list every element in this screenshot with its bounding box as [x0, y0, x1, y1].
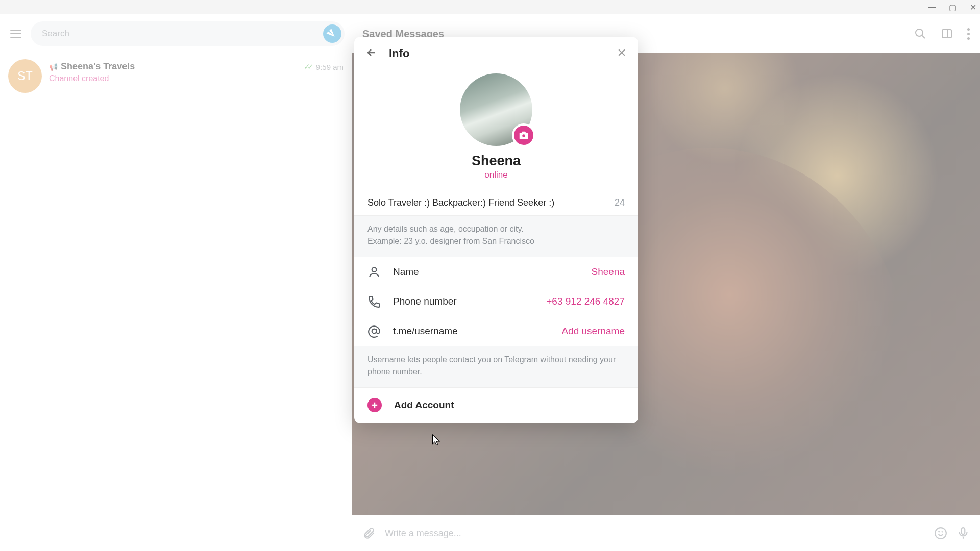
camera-badge[interactable]: [512, 123, 535, 147]
camera-icon: [518, 130, 529, 141]
svg-point-10: [522, 134, 525, 137]
svg-point-11: [372, 267, 377, 272]
window-close-icon[interactable]: ✕: [969, 3, 977, 12]
back-button[interactable]: [365, 46, 378, 61]
bio-char-count: 24: [615, 197, 625, 208]
profile-avatar[interactable]: [460, 73, 532, 146]
bio-row[interactable]: Solo Traveler :) Backpacker:) Friend See…: [354, 188, 638, 215]
profile-name: Sheena: [472, 153, 521, 169]
bio-text: Solo Traveler :) Backpacker:) Friend See…: [368, 197, 554, 208]
window-maximize-icon[interactable]: ▢: [948, 3, 957, 12]
person-icon: [368, 265, 381, 279]
bio-hint: Any details such as age, occupation or c…: [354, 215, 638, 257]
svg-point-12: [372, 329, 377, 334]
plus-icon: +: [368, 398, 382, 412]
profile-status: online: [484, 170, 507, 180]
close-button[interactable]: [617, 47, 627, 60]
window-minimize-icon[interactable]: —: [928, 3, 936, 12]
modal-title: Info: [389, 47, 409, 60]
at-icon: [368, 324, 381, 338]
add-account-label: Add Account: [394, 399, 454, 411]
add-account-button[interactable]: + Add Account: [354, 388, 638, 423]
row-name[interactable]: Name Sheena: [354, 257, 638, 287]
name-value: Sheena: [591, 266, 625, 278]
phone-icon: [368, 295, 381, 308]
username-hint: Username lets people contact you on Tele…: [354, 346, 638, 388]
window-titlebar: — ▢ ✕: [0, 0, 980, 14]
phone-label: Phone number: [393, 296, 457, 307]
info-modal: Info Sheena online Solo Traveler :) Back…: [354, 37, 638, 423]
row-phone[interactable]: Phone number +63 912 246 4827: [354, 287, 638, 316]
name-label: Name: [393, 266, 419, 278]
username-label: t.me/username: [393, 325, 458, 337]
username-value: Add username: [561, 325, 625, 337]
phone-value: +63 912 246 4827: [546, 296, 625, 307]
row-username[interactable]: t.me/username Add username: [354, 316, 638, 346]
